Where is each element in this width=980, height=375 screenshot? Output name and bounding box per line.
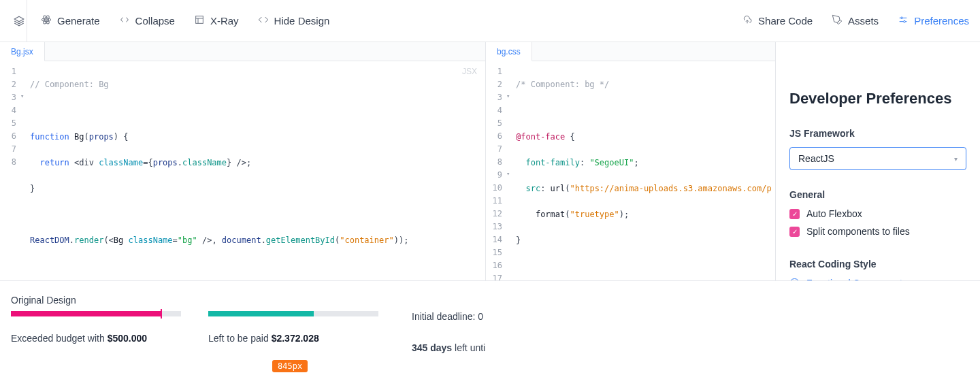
checkbox-icon: ✓ [789,227,800,237]
tab-bg-jsx[interactable]: Bg.jsx [0,42,45,61]
main-panels: Bg.jsx JSX 12345678 ▾ // Component: Bg f… [0,42,980,280]
atom-icon [41,14,52,27]
payment-amount: $2.372.028 [272,333,319,344]
preferences-panel: Developer Preferences JS Framework React… [776,42,980,280]
tab-bg-css[interactable]: bg.css [486,42,532,61]
css-editor-panel: bg.css 1234567891011121314151617 ▾▾ /* C… [486,42,776,280]
progress-bar [208,311,378,316]
js-framework-label: JS Framework [789,128,966,139]
payment-card: Left to be paid $2.372.028 [208,311,378,344]
preferences-button[interactable]: Preferences [898,14,969,27]
days-count: 345 days [412,342,452,353]
payment-text: Left to be paid [208,333,272,344]
budget-card: Exceeded budget with $500.000 [11,311,181,344]
logo-icon[interactable] [0,0,27,42]
svg-point-2 [42,18,50,21]
collapse-label: Collapse [135,15,175,27]
xray-button[interactable]: X-Ray [194,14,239,27]
days-text: left unti [452,342,485,353]
css-editor[interactable]: 1234567891011121314151617 ▾▾ /* Componen… [486,61,775,280]
fold-icon[interactable]: ▾ [506,91,513,104]
svg-point-10 [901,17,903,19]
top-toolbar: Generate Collapse X-Ray Hide Design Shar… [0,0,980,42]
file-tab-bar: Bg.jsx [0,42,485,61]
svg-point-11 [904,20,906,22]
js-framework-select[interactable]: ReactJS ▾ [789,147,966,170]
budget-amount: $500.000 [108,333,147,344]
line-gutter: 12345678 [0,61,20,280]
code-icon [258,14,269,27]
size-badge: 845px [272,360,308,372]
pen-icon [832,14,843,27]
code-area[interactable]: // Component: Bg function Bg(props) { re… [27,61,485,280]
react-style-label: React Coding Style [789,259,966,270]
collapse-icon [119,14,130,27]
generate-label: Generate [57,15,100,27]
share-code-button[interactable]: Share Code [742,14,813,27]
design-preview: Original Design Exceeded budget with $50… [0,280,980,375]
deadline-info: Initial deadline: 0 345 days left unti [412,311,485,353]
xray-label: X-Ray [210,15,239,27]
xray-icon [194,14,205,27]
fold-icon[interactable]: ▾ [20,91,27,104]
auto-flexbox-option[interactable]: ✓ Auto Flexbox [789,208,966,219]
chevron-down-icon: ▾ [954,155,958,163]
progress-bar [11,311,181,316]
original-design-title: Original Design [11,295,76,306]
fold-gutter: ▾ [20,61,27,280]
preferences-label: Preferences [914,15,969,27]
split-components-label: Split components to files [806,226,910,237]
assets-label: Assets [848,15,879,27]
svg-point-1 [46,19,48,21]
file-tab-bar-css: bg.css [486,42,775,61]
code-area-css[interactable]: /* Component: bg */ @font-face { font-fa… [513,61,775,280]
sliders-icon [898,14,909,27]
general-label: General [789,189,966,200]
svg-rect-5 [196,16,203,24]
js-framework-value: ReactJS [798,153,834,164]
split-components-option[interactable]: ✓ Split components to files [789,226,966,237]
svg-marker-0 [14,16,24,22]
auto-flexbox-label: Auto Flexbox [806,208,862,219]
fold-icon[interactable]: ▾ [506,169,513,182]
hide-design-label: Hide Design [274,15,330,27]
checkbox-icon: ✓ [789,209,800,219]
preferences-title: Developer Preferences [789,90,966,108]
deadline-text: Initial deadline: 0 [412,311,485,322]
cloud-icon [742,14,753,27]
generate-button[interactable]: Generate [41,14,100,27]
language-badge: JSX [462,65,477,78]
line-gutter-css: 1234567891011121314151617 [486,61,506,280]
share-label: Share Code [758,15,813,27]
fold-gutter-css: ▾▾ [506,61,513,280]
hide-design-button[interactable]: Hide Design [258,14,330,27]
budget-text: Exceeded budget with [11,333,108,344]
jsx-editor[interactable]: JSX 12345678 ▾ // Component: Bg function… [0,61,485,280]
collapse-button[interactable]: Collapse [119,14,175,27]
assets-button[interactable]: Assets [832,14,879,27]
jsx-editor-panel: Bg.jsx JSX 12345678 ▾ // Component: Bg f… [0,42,486,280]
